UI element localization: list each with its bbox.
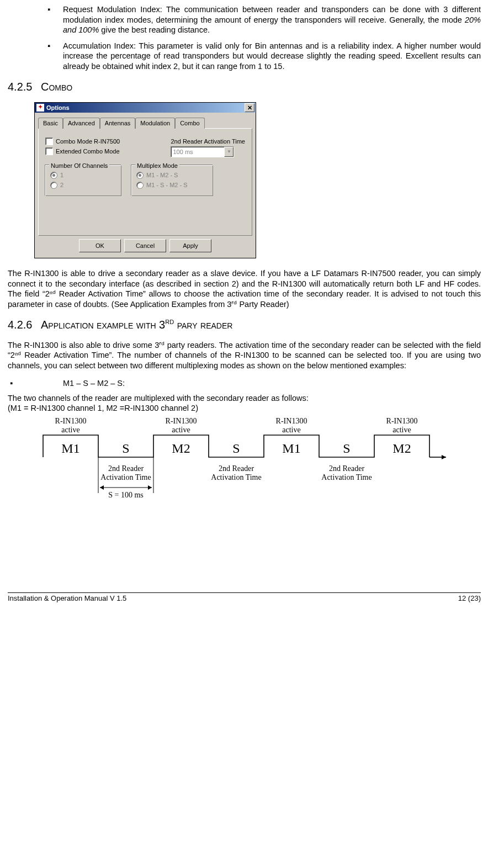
ok-button[interactable]: OK — [79, 239, 121, 252]
heading-title-post: pary reader — [174, 319, 232, 331]
dialog-titlebar: ✦ Options ✕ — [35, 103, 256, 113]
svg-text:2nd Reader: 2nd Reader — [329, 464, 364, 473]
page-footer: Installation & Operation Manual V 1.5 12… — [8, 592, 481, 603]
mode-desc-line1: The two channels of the reader are multi… — [8, 394, 309, 403]
svg-text:R-IN1300: R-IN1300 — [55, 417, 87, 425]
select-value: 100 ms — [173, 148, 193, 156]
activation-time-select[interactable]: 100 ms ▼ — [171, 146, 234, 157]
svg-text:active: active — [172, 426, 190, 434]
tab-modulation[interactable]: Modulation — [135, 118, 175, 129]
heading-title-sup: RD — [165, 319, 174, 325]
svg-text:R-IN1300: R-IN1300 — [166, 417, 197, 425]
checkbox-label: Combo Mode R-IN7500 — [56, 137, 120, 145]
chevron-down-icon: ▼ — [224, 147, 234, 157]
bullet-accumulation-index: ▪ Accumulation Index: This parameter is … — [8, 41, 481, 72]
footer-left: Installation & Operation Manual V 1.5 — [8, 594, 126, 603]
mode-desc-line2: (M1 = R-IN1300 channel 1, M2 =R-IN1300 c… — [8, 404, 198, 412]
svg-text:active: active — [61, 426, 79, 434]
groupbox-legend: Multiplex Mode — [135, 162, 179, 170]
mode-label: M1 – S – M2 – S: — [63, 378, 125, 389]
heading-number: 4.2.5 — [8, 80, 41, 94]
mode-description: The two channels of the reader are multi… — [8, 393, 481, 414]
timing-svg: M1R-IN1300activeS2nd ReaderActivation Ti… — [32, 416, 474, 510]
paragraph-4-2-6: The R-IN1300 is also able to drive some … — [8, 340, 481, 371]
radio-channel-1[interactable]: 1 — [50, 171, 116, 179]
heading-4-2-6: 4.2.6 Application example with 3RD pary … — [8, 318, 481, 332]
radio-icon — [136, 172, 144, 179]
svg-text:2nd Reader: 2nd Reader — [108, 464, 144, 473]
groupbox-channels: Number Of Channels 1 2 — [45, 165, 121, 196]
options-dialog-screenshot: ✦ Options ✕ Basic Advanced Antennas Modu… — [34, 102, 481, 258]
mode-bullet: ▪ M1 – S – M2 – S: — [8, 378, 481, 389]
svg-text:Activation Time: Activation Time — [321, 473, 372, 481]
svg-text:Activation Time: Activation Time — [100, 473, 151, 481]
bullet-text: Accumulation Index: This parameter is va… — [57, 41, 481, 72]
tab-basic[interactable]: Basic — [38, 118, 63, 129]
checkbox-combo-mode[interactable]: Combo Mode R-IN7500 — [45, 137, 120, 145]
svg-text:M1: M1 — [282, 441, 300, 456]
checkbox-column: Combo Mode R-IN7500 Extended Combo Mode — [45, 137, 120, 157]
tab-combo[interactable]: Combo — [175, 118, 204, 129]
svg-text:2nd Reader: 2nd Reader — [219, 464, 254, 473]
heading-title-pre: Application example with 3 — [41, 319, 165, 331]
bullet-tail: give the best reading distance. — [99, 25, 210, 34]
svg-text:R-IN1300: R-IN1300 — [276, 417, 307, 425]
svg-text:M2: M2 — [392, 441, 411, 456]
svg-text:Activation Time: Activation Time — [211, 473, 261, 481]
svg-text:R-IN1300: R-IN1300 — [386, 417, 418, 425]
tab-advanced[interactable]: Advanced — [63, 118, 100, 129]
bullet-marker: ▪ — [8, 4, 57, 35]
svg-text:S = 100 ms: S = 100 ms — [108, 491, 144, 499]
footer-right: 12 (23) — [458, 594, 481, 603]
bullet-request-modulation: ▪ Request Modulation Index: The communic… — [8, 4, 481, 35]
bullet-marker: ▪ — [8, 41, 57, 72]
svg-text:active: active — [282, 426, 300, 434]
radio-label: 2 — [60, 181, 63, 189]
radio-channel-2[interactable]: 2 — [50, 181, 116, 189]
tab-antennas[interactable]: Antennas — [100, 118, 135, 129]
bullet-text: Request Modulation Index: The communicat… — [57, 4, 481, 35]
svg-text:S: S — [122, 441, 129, 456]
options-dialog: ✦ Options ✕ Basic Advanced Antennas Modu… — [34, 102, 256, 258]
heading-title: Application example with 3RD pary reader — [41, 318, 232, 332]
activation-time-label: 2nd Reader Activation Time — [171, 137, 245, 145]
groupbox-legend: Number Of Channels — [49, 162, 109, 170]
checkbox-icon — [45, 147, 53, 155]
dialog-app-icon: ✦ — [36, 104, 44, 112]
radio-icon — [50, 182, 57, 189]
cancel-button[interactable]: Cancel — [124, 239, 166, 252]
timing-diagram: M1R-IN1300activeS2nd ReaderActivation Ti… — [32, 416, 474, 510]
close-icon[interactable]: ✕ — [245, 103, 254, 112]
checkbox-extended-combo[interactable]: Extended Combo Mode — [45, 147, 120, 155]
radio-multiplex-2[interactable]: M1 - S - M2 - S — [136, 181, 208, 189]
svg-text:S: S — [343, 441, 350, 456]
apply-button[interactable]: Apply — [169, 239, 211, 252]
svg-text:M1: M1 — [61, 441, 79, 456]
heading-4-2-5: 4.2.5 Combo — [8, 80, 481, 94]
dialog-body: Basic Advanced Antennas Modulation Combo… — [35, 113, 256, 258]
radio-label: 1 — [60, 171, 63, 179]
dialog-title-text: Options — [46, 104, 70, 112]
bullet-lead: Accumulation Index: — [63, 41, 136, 50]
heading-number: 4.2.6 — [8, 318, 41, 332]
dialog-button-row: OK Cancel Apply — [38, 236, 252, 257]
bullet-marker: ▪ — [8, 378, 63, 389]
svg-text:M2: M2 — [172, 441, 190, 456]
radio-label: M1 - S - M2 - S — [146, 181, 188, 189]
groupbox-multiplex: Multiplex Mode M1 - M2 - S M1 - S - M2 -… — [131, 165, 213, 196]
radio-icon — [136, 182, 144, 189]
checkbox-label: Extended Combo Mode — [56, 147, 120, 155]
checkbox-icon — [45, 137, 53, 145]
dialog-tabs: Basic Advanced Antennas Modulation Combo — [38, 117, 252, 128]
heading-title: Combo — [41, 80, 72, 94]
paragraph-4-2-5: The R-IN1300 is able to drive a secondar… — [8, 268, 481, 309]
bullet-lead: Request Modulation Index: — [63, 5, 162, 14]
tab-panel-combo: Combo Mode R-IN7500 Extended Combo Mode … — [38, 128, 252, 236]
radio-multiplex-1[interactable]: M1 - M2 - S — [136, 171, 208, 179]
top-bullets: ▪ Request Modulation Index: The communic… — [8, 4, 481, 71]
radio-label: M1 - M2 - S — [146, 171, 178, 179]
svg-text:active: active — [392, 426, 411, 434]
radio-icon — [50, 172, 57, 179]
svg-text:S: S — [232, 441, 240, 456]
activation-time-column: 2nd Reader Activation Time 100 ms ▼ — [171, 137, 245, 157]
